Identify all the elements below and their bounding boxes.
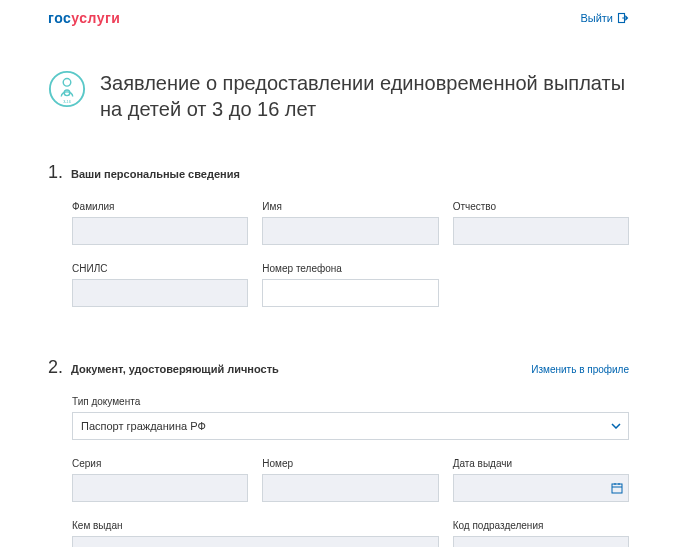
series-input[interactable] xyxy=(72,474,248,502)
family-icon: 3-16 xyxy=(48,70,86,108)
firstname-label: Имя xyxy=(262,201,438,212)
section-header: 2 Документ, удостоверяющий личность xyxy=(48,357,279,378)
doctype-field: Тип документа xyxy=(48,396,629,440)
issuedby-input[interactable] xyxy=(72,536,439,547)
firstname-field: Имя xyxy=(262,201,438,245)
section-personal: 1 Ваши персональные сведения Фамилия Имя… xyxy=(0,162,677,357)
issuedby-field: Кем выдан xyxy=(72,520,439,547)
patronymic-field: Отчество xyxy=(453,201,629,245)
series-label: Серия xyxy=(72,458,248,469)
lastname-field: Фамилия xyxy=(72,201,248,245)
docnumber-label: Номер xyxy=(262,458,438,469)
snils-label: СНИЛС xyxy=(72,263,248,274)
deptcode-label: Код подразделения xyxy=(453,520,629,531)
section-title: Ваши персональные сведения xyxy=(71,168,240,180)
snils-field: СНИЛС xyxy=(72,263,248,307)
logo-part1: гос xyxy=(48,10,71,26)
section-title: Документ, удостоверяющий личность xyxy=(71,363,279,375)
logout-label: Выйти xyxy=(580,12,613,24)
doctype-value xyxy=(72,412,629,440)
firstname-input[interactable] xyxy=(262,217,438,245)
series-field: Серия xyxy=(72,458,248,502)
docnumber-field: Номер xyxy=(262,458,438,502)
section-number: 1 xyxy=(48,162,63,183)
phone-field: Номер телефона xyxy=(262,263,438,307)
section-number: 2 xyxy=(48,357,63,378)
edit-profile-link[interactable]: Изменить в профиле xyxy=(531,364,629,375)
section-document: 2 Документ, удостоверяющий личность Изме… xyxy=(0,357,677,547)
svg-point-2 xyxy=(63,79,71,87)
section-header-row: 2 Документ, удостоверяющий личность Изме… xyxy=(48,357,629,396)
doctype-select[interactable] xyxy=(72,412,629,440)
docnumber-input[interactable] xyxy=(262,474,438,502)
snils-input[interactable] xyxy=(72,279,248,307)
issuedate-field: Дата выдачи xyxy=(453,458,629,502)
issuedate-label: Дата выдачи xyxy=(453,458,629,469)
page-title: Заявление о предоставлении единовременно… xyxy=(100,70,629,122)
lastname-input[interactable] xyxy=(72,217,248,245)
phone-input[interactable] xyxy=(262,279,438,307)
svg-text:3-16: 3-16 xyxy=(63,100,71,104)
issuedby-label: Кем выдан xyxy=(72,520,439,531)
logout-link[interactable]: Выйти xyxy=(580,12,629,24)
issuedate-wrap[interactable] xyxy=(453,474,629,502)
logo-part2: услуги xyxy=(71,10,120,26)
logout-icon xyxy=(617,12,629,24)
personal-form-grid: Фамилия Имя Отчество СНИЛС Номер телефон… xyxy=(48,201,629,307)
phone-label: Номер телефона xyxy=(262,263,438,274)
header: госуслуги Выйти xyxy=(0,0,677,34)
deptcode-field: Код подразделения xyxy=(453,520,629,547)
issuedate-input[interactable] xyxy=(453,474,629,502)
section-header: 1 Ваши персональные сведения xyxy=(48,162,629,183)
patronymic-label: Отчество xyxy=(453,201,629,212)
title-block: 3-16 Заявление о предоставлении единовре… xyxy=(0,34,677,162)
logo: госуслуги xyxy=(48,10,120,26)
doctype-label: Тип документа xyxy=(72,396,629,407)
lastname-label: Фамилия xyxy=(72,201,248,212)
deptcode-input[interactable] xyxy=(453,536,629,547)
patronymic-input[interactable] xyxy=(453,217,629,245)
document-form-grid: Серия Номер Дата выдачи Кем выдан Код по… xyxy=(48,458,629,547)
